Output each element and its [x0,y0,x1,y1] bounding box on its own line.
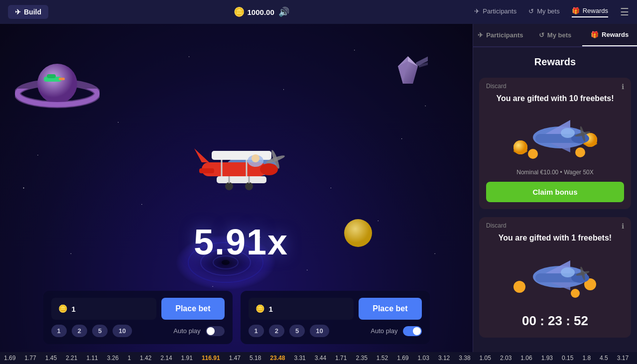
sidebar-tab-participants[interactable]: ✈ Participants [473,24,528,46]
build-button[interactable]: ✈ Build [8,5,48,19]
ticker-item: 3.44 [315,355,326,362]
countdown-2: 00 : 23 : 52 [486,308,624,331]
ticker-item: 3.12 [438,355,450,362]
ticker-item: 1.91 [181,355,193,362]
svg-point-6 [44,77,48,82]
reward-card-2: Discard ℹ You are gifted with 1 freebets… [479,217,631,338]
svg-point-38 [513,140,527,154]
ticker: 1.691.771.452.211.113.2611.422.141.91116… [0,352,637,364]
crystal-object [388,54,428,94]
quick-bet-2-3[interactable]: 5 [289,325,305,337]
ticker-item: 1.06 [520,355,532,362]
svg-line-8 [418,56,428,64]
quick-bet-1-4[interactable]: 10 [113,325,131,337]
bet-top-1: 🪙 1 Place bet [51,298,225,320]
ticker-item: 1.47 [229,355,241,362]
autoplay-label-1: Auto play [173,327,200,335]
participants-icon-sidebar: ✈ [478,31,483,39]
topbar-right: ✈ Participants ↺ My bets 🎁 Rewards ☰ [474,6,629,18]
nav-tabs: ✈ Participants ↺ My bets 🎁 Rewards [474,7,608,17]
reward-subtitle-1: Nominal €10.00 • Wager 50X [486,169,624,176]
ticker-item: 1.69 [4,355,15,362]
history-icon-sidebar: ↺ [539,31,544,39]
gift-icon: 🎁 [572,7,580,14]
ticker-item: 23.48 [270,355,285,362]
ticker-item: 116.91 [202,355,220,362]
svg-point-26 [225,182,233,190]
planet-ring [15,54,100,114]
ticker-item: 1.69 [397,355,408,362]
ticker-item: 1.8 [582,355,591,362]
ticker-item: 1.93 [541,355,553,362]
quick-bet-2-2[interactable]: 2 [269,325,284,337]
reward-card-1: Discard ℹ You are gifted with 10 freebet… [479,78,631,209]
svg-rect-4 [47,74,56,78]
build-label: Build [24,8,41,16]
autoplay-toggle-1[interactable] [206,326,225,336]
balance-display: 🪙 1000.00 [234,6,274,17]
svg-point-42 [528,149,538,159]
svg-point-49 [561,128,575,138]
ticker-item: 1 [127,355,131,362]
ticker-item: 2.35 [356,355,367,362]
participants-icon: ✈ [474,7,480,15]
bet-amount-1: 🪙 1 [51,298,157,320]
svg-point-35 [344,219,372,247]
multiplier-display: 5.91x [194,222,288,262]
svg-rect-21 [199,168,214,173]
svg-point-1 [37,64,77,104]
svg-rect-5 [59,78,65,80]
place-bet-button-2[interactable]: Place bet [359,298,421,320]
sidebar-tab-rewards[interactable]: 🎁 Rewards [582,24,637,46]
info-icon-1[interactable]: ℹ [622,83,624,91]
ticker-item: 0.15 [562,355,573,362]
ticker-item: 4.5 [600,355,608,362]
ticker-item: 1.03 [418,355,429,362]
quick-bet-1-3[interactable]: 5 [92,325,108,337]
autoplay-toggle-2[interactable] [403,326,422,336]
volume-button[interactable]: 🔊 [278,6,289,17]
tab-my-bets[interactable]: ↺ My bets [528,7,560,17]
info-icon-2[interactable]: ℹ [622,222,624,230]
sidebar-tab-bar: ✈ Participants ↺ My bets 🎁 Rewards [473,24,637,47]
ticker-item: 3.38 [459,355,470,362]
place-bet-button-1[interactable]: Place bet [161,298,224,320]
bet-top-2: 🪙 1 Place bet [249,298,422,320]
discard-button-2[interactable]: Discard [486,222,507,229]
ticker-item: 1.77 [24,355,36,362]
ticker-item: 2.03 [500,355,511,362]
svg-point-23 [252,154,259,162]
hamburger-menu[interactable]: ☰ [620,6,629,18]
quick-bet-1-1[interactable]: 1 [51,325,67,337]
bet-controls: 🪙 1 Place bet 1 2 5 10 Auto play [0,291,473,344]
tab-rewards[interactable]: 🎁 Rewards [572,7,608,17]
svg-point-15 [260,163,278,175]
quick-bet-2-4[interactable]: 10 [310,325,329,337]
reward-image-1 [486,110,624,165]
coin-icon: 🪙 [234,6,245,17]
ticker-item: 1.45 [45,355,57,362]
gift-icon-sidebar: 🎁 [591,31,599,38]
ticker-item: 1.42 [140,355,151,362]
bet-panel-2: 🪙 1 Place bet 1 2 5 10 Auto play [241,291,430,344]
ticker-item: 2.14 [160,355,172,362]
quick-bet-1-2[interactable]: 2 [72,325,87,337]
coin-icon-2: 🪙 [255,304,265,313]
svg-point-60 [561,267,575,277]
topbar: ✈ Build 🪙 1000.00 🔊 ✈ Participants ↺ My … [0,0,637,24]
claim-bonus-button-1[interactable]: Claim bonus [486,182,624,202]
balance-value: 1000.00 [248,8,274,16]
ticker-item: 5.18 [250,355,261,362]
reward-title-2: You are gifted with 1 freebets! [486,228,624,243]
quick-bet-2-1[interactable]: 1 [249,325,264,337]
ticker-item: 1.11 [86,355,98,362]
autoplay-label-2: Auto play [371,327,397,335]
sidebar-tab-my-bets[interactable]: ↺ My bets [528,24,583,46]
sidebar-title: Rewards [473,47,637,74]
tab-participants[interactable]: ✈ Participants [474,7,516,17]
balance-area: 🪙 1000.00 🔊 [234,6,289,17]
main-layout: 5.91x 🪙 1 Place bet 1 2 5 [0,24,637,352]
topbar-left: ✈ Build [8,5,48,19]
svg-point-52 [513,281,525,293]
discard-button-1[interactable]: Discard [486,83,507,90]
